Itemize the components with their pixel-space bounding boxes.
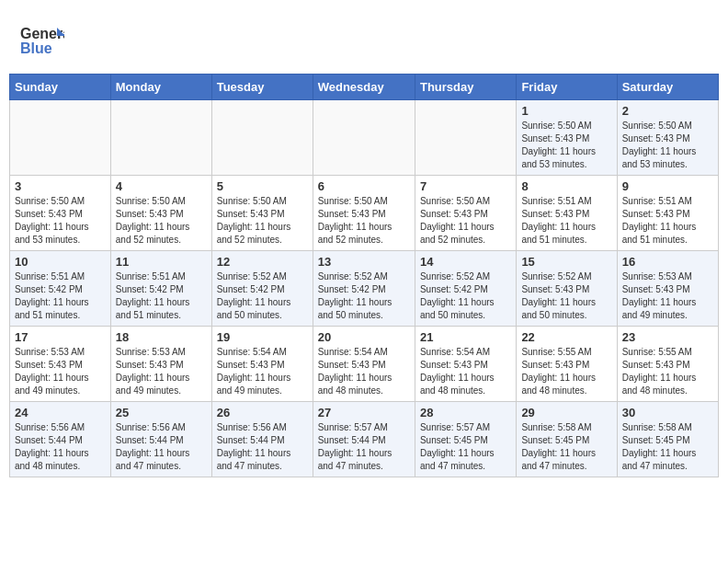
day-number: 26 <box>217 406 308 419</box>
calendar-cell: 28Sunrise: 5:57 AM Sunset: 5:45 PM Dayli… <box>415 402 516 477</box>
calendar-cell: 15Sunrise: 5:52 AM Sunset: 5:43 PM Dayli… <box>517 251 617 327</box>
day-number: 7 <box>420 179 511 193</box>
day-number: 5 <box>217 179 308 193</box>
day-number: 14 <box>420 255 511 269</box>
calendar-header-thursday: Thursday <box>415 75 516 100</box>
day-info: Sunrise: 5:50 AM Sunset: 5:43 PM Dayligh… <box>420 195 511 247</box>
calendar-cell: 6Sunrise: 5:50 AM Sunset: 5:43 PM Daylig… <box>313 176 415 251</box>
calendar-cell <box>211 100 313 176</box>
calendar-cell: 24Sunrise: 5:56 AM Sunset: 5:44 PM Dayli… <box>10 402 111 477</box>
calendar-cell: 8Sunrise: 5:51 AM Sunset: 5:43 PM Daylig… <box>517 176 617 251</box>
calendar-header-wednesday: Wednesday <box>313 75 415 100</box>
day-number: 18 <box>116 330 207 344</box>
day-info: Sunrise: 5:51 AM Sunset: 5:43 PM Dayligh… <box>521 195 611 247</box>
day-number: 17 <box>15 330 106 344</box>
calendar-cell: 3Sunrise: 5:50 AM Sunset: 5:43 PM Daylig… <box>10 176 111 251</box>
day-number: 9 <box>622 179 713 193</box>
day-info: Sunrise: 5:50 AM Sunset: 5:43 PM Dayligh… <box>521 120 611 171</box>
calendar-header-row: SundayMondayTuesdayWednesdayThursdayFrid… <box>10 75 719 100</box>
day-number: 13 <box>318 255 410 269</box>
day-number: 1 <box>521 104 611 118</box>
day-number: 6 <box>318 179 410 193</box>
logo: General Blue <box>18 18 68 64</box>
day-info: Sunrise: 5:50 AM Sunset: 5:43 PM Dayligh… <box>217 195 308 247</box>
day-info: Sunrise: 5:50 AM Sunset: 5:43 PM Dayligh… <box>116 195 207 247</box>
day-info: Sunrise: 5:52 AM Sunset: 5:42 PM Dayligh… <box>318 270 410 322</box>
calendar-cell: 11Sunrise: 5:51 AM Sunset: 5:42 PM Dayli… <box>110 251 211 327</box>
day-number: 15 <box>521 255 611 269</box>
calendar-cell: 9Sunrise: 5:51 AM Sunset: 5:43 PM Daylig… <box>617 176 718 251</box>
calendar-header-friday: Friday <box>517 75 617 100</box>
day-number: 30 <box>622 406 713 419</box>
calendar-cell: 14Sunrise: 5:52 AM Sunset: 5:42 PM Dayli… <box>415 251 516 327</box>
day-number: 28 <box>420 406 511 419</box>
day-info: Sunrise: 5:58 AM Sunset: 5:45 PM Dayligh… <box>622 421 713 473</box>
calendar-cell <box>313 100 415 176</box>
day-number: 27 <box>318 406 410 419</box>
calendar-week-row: 17Sunrise: 5:53 AM Sunset: 5:43 PM Dayli… <box>10 327 719 402</box>
calendar-cell <box>110 100 211 176</box>
day-number: 10 <box>15 255 106 269</box>
day-info: Sunrise: 5:56 AM Sunset: 5:44 PM Dayligh… <box>15 421 106 473</box>
day-info: Sunrise: 5:55 AM Sunset: 5:43 PM Dayligh… <box>521 346 611 397</box>
calendar-cell <box>10 100 111 176</box>
calendar-cell: 26Sunrise: 5:56 AM Sunset: 5:44 PM Dayli… <box>211 402 313 477</box>
calendar-header-saturday: Saturday <box>617 75 718 100</box>
calendar-cell: 5Sunrise: 5:50 AM Sunset: 5:43 PM Daylig… <box>211 176 313 251</box>
calendar-cell: 10Sunrise: 5:51 AM Sunset: 5:42 PM Dayli… <box>10 251 111 327</box>
calendar-cell: 30Sunrise: 5:58 AM Sunset: 5:45 PM Dayli… <box>617 402 718 477</box>
calendar-header-sunday: Sunday <box>10 75 111 100</box>
day-info: Sunrise: 5:55 AM Sunset: 5:43 PM Dayligh… <box>622 346 713 397</box>
calendar-cell: 21Sunrise: 5:54 AM Sunset: 5:43 PM Dayli… <box>415 327 516 402</box>
day-info: Sunrise: 5:50 AM Sunset: 5:43 PM Dayligh… <box>15 195 106 247</box>
calendar-cell: 23Sunrise: 5:55 AM Sunset: 5:43 PM Dayli… <box>617 327 718 402</box>
day-number: 4 <box>116 179 207 193</box>
calendar-cell: 2Sunrise: 5:50 AM Sunset: 5:43 PM Daylig… <box>617 100 718 176</box>
day-info: Sunrise: 5:58 AM Sunset: 5:45 PM Dayligh… <box>521 421 611 473</box>
calendar-cell: 12Sunrise: 5:52 AM Sunset: 5:42 PM Dayli… <box>211 251 313 327</box>
page-header: General Blue <box>9 9 719 69</box>
day-info: Sunrise: 5:50 AM Sunset: 5:43 PM Dayligh… <box>622 120 713 171</box>
day-number: 29 <box>521 406 611 419</box>
day-number: 22 <box>521 330 611 344</box>
day-number: 25 <box>116 406 207 419</box>
day-info: Sunrise: 5:54 AM Sunset: 5:43 PM Dayligh… <box>318 346 410 397</box>
calendar-cell: 1Sunrise: 5:50 AM Sunset: 5:43 PM Daylig… <box>517 100 617 176</box>
calendar-header-tuesday: Tuesday <box>211 75 313 100</box>
day-info: Sunrise: 5:50 AM Sunset: 5:43 PM Dayligh… <box>318 195 410 247</box>
day-info: Sunrise: 5:57 AM Sunset: 5:44 PM Dayligh… <box>318 421 410 473</box>
day-info: Sunrise: 5:51 AM Sunset: 5:42 PM Dayligh… <box>15 270 106 322</box>
calendar-cell: 4Sunrise: 5:50 AM Sunset: 5:43 PM Daylig… <box>110 176 211 251</box>
calendar-week-row: 1Sunrise: 5:50 AM Sunset: 5:43 PM Daylig… <box>10 100 719 176</box>
day-number: 2 <box>622 104 713 118</box>
day-number: 16 <box>622 255 713 269</box>
logo-icon: General Blue <box>18 18 64 64</box>
day-info: Sunrise: 5:57 AM Sunset: 5:45 PM Dayligh… <box>420 421 511 473</box>
calendar-cell: 20Sunrise: 5:54 AM Sunset: 5:43 PM Dayli… <box>313 327 415 402</box>
day-info: Sunrise: 5:53 AM Sunset: 5:43 PM Dayligh… <box>116 346 207 397</box>
day-number: 21 <box>420 330 511 344</box>
day-number: 23 <box>622 330 713 344</box>
calendar-cell <box>415 100 516 176</box>
calendar-cell: 16Sunrise: 5:53 AM Sunset: 5:43 PM Dayli… <box>617 251 718 327</box>
calendar-cell: 25Sunrise: 5:56 AM Sunset: 5:44 PM Dayli… <box>110 402 211 477</box>
day-info: Sunrise: 5:52 AM Sunset: 5:42 PM Dayligh… <box>217 270 308 322</box>
calendar-week-row: 24Sunrise: 5:56 AM Sunset: 5:44 PM Dayli… <box>10 402 719 477</box>
day-number: 12 <box>217 255 308 269</box>
day-number: 20 <box>318 330 410 344</box>
calendar-cell: 22Sunrise: 5:55 AM Sunset: 5:43 PM Dayli… <box>517 327 617 402</box>
day-info: Sunrise: 5:53 AM Sunset: 5:43 PM Dayligh… <box>15 346 106 397</box>
calendar-week-row: 3Sunrise: 5:50 AM Sunset: 5:43 PM Daylig… <box>10 176 719 251</box>
day-info: Sunrise: 5:53 AM Sunset: 5:43 PM Dayligh… <box>622 270 713 322</box>
day-info: Sunrise: 5:51 AM Sunset: 5:43 PM Dayligh… <box>622 195 713 247</box>
day-number: 8 <box>521 179 611 193</box>
calendar-cell: 18Sunrise: 5:53 AM Sunset: 5:43 PM Dayli… <box>110 327 211 402</box>
calendar-header-monday: Monday <box>110 75 211 100</box>
calendar-cell: 17Sunrise: 5:53 AM Sunset: 5:43 PM Dayli… <box>10 327 111 402</box>
day-number: 19 <box>217 330 308 344</box>
day-info: Sunrise: 5:52 AM Sunset: 5:43 PM Dayligh… <box>521 270 611 322</box>
calendar-cell: 29Sunrise: 5:58 AM Sunset: 5:45 PM Dayli… <box>517 402 617 477</box>
svg-text:Blue: Blue <box>20 40 52 56</box>
calendar-week-row: 10Sunrise: 5:51 AM Sunset: 5:42 PM Dayli… <box>10 251 719 327</box>
calendar-cell: 19Sunrise: 5:54 AM Sunset: 5:43 PM Dayli… <box>211 327 313 402</box>
